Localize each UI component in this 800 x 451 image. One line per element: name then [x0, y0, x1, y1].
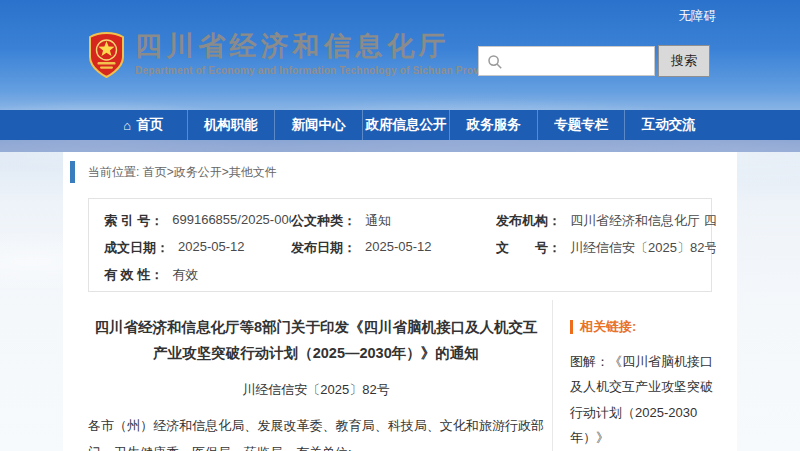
search-input[interactable]: [479, 47, 654, 75]
meta-doc-number: 文 号： 川经信信安〔2025〕82号: [496, 239, 716, 266]
nav-item-label: 专题专栏: [554, 116, 608, 134]
meta-issuing-agency: 发布机构： 四川省经济和信息化厅 四川...: [496, 212, 716, 239]
meta-value: 2025-05-12: [365, 239, 432, 254]
nav-shadow-strip: [0, 140, 800, 152]
nav-item-label: 新闻中心: [291, 116, 345, 134]
meta-label: 成文日期：: [104, 239, 169, 257]
document-body: 各市（州）经济和信息化局、发展改革委、教育局、科技局、文化和旅游行政部门、卫生健…: [88, 413, 544, 451]
nav-item-label: 互动交流: [642, 116, 696, 134]
meta-value: 通知: [365, 212, 391, 230]
nav-item-gov-info[interactable]: 政府信息公开: [363, 110, 451, 140]
site-title: 四川省经济和信息化厅: [135, 32, 500, 62]
nav-item-news[interactable]: 新闻中心: [275, 110, 363, 140]
meta-doc-type: 公文种类： 通知: [291, 212, 496, 239]
breadcrumb-text[interactable]: 当前位置: 首页>政务公开>其他文件: [88, 164, 277, 181]
search-button[interactable]: 搜索: [658, 45, 710, 77]
meta-value: 川经信信安〔2025〕82号: [570, 239, 716, 257]
document-number: 川经信信安〔2025〕82号: [88, 381, 544, 399]
nav-item-home[interactable]: ⌂ 首页: [100, 110, 188, 140]
search-box: [478, 46, 655, 76]
content-card: 当前位置: 首页>政务公开>其他文件 索 引 号： 699166855/2025…: [63, 152, 737, 451]
nav-items: ⌂ 首页 机构职能 新闻中心 政府信息公开 政务服务 专题专栏 互动交流: [100, 110, 712, 140]
meta-value: 四川省经济和信息化厅 四川...: [570, 212, 716, 230]
meta-label: 有 效 性：: [104, 266, 163, 284]
nav-item-label: 政务服务: [467, 116, 521, 134]
home-icon: ⌂: [123, 118, 131, 133]
nav-item-interaction[interactable]: 互动交流: [625, 110, 712, 140]
meta-label: 发布机构：: [496, 212, 561, 230]
nav-item-functions[interactable]: 机构职能: [188, 110, 276, 140]
breadcrumb-accent-bar: [70, 161, 75, 183]
nav-item-label: 首页: [136, 116, 163, 134]
search-bar: 搜索: [478, 45, 710, 77]
related-link-item[interactable]: 图解：《四川省脑机接口及人机交互产业攻坚突破行动计划（2025-2030年）》: [570, 349, 720, 450]
site-subtitle: Department of Economy and Information Te…: [135, 65, 500, 76]
meta-value: 有效: [172, 266, 198, 284]
related-links-title: 相关链接:: [580, 318, 636, 336]
meta-index-number: 索 引 号： 699166855/2025-00097: [104, 212, 291, 239]
meta-label: 公文种类：: [291, 212, 356, 230]
accessibility-link[interactable]: 无障碍: [679, 8, 717, 25]
document-title: 四川省经济和信息化厅等8部门关于印发《四川省脑机接口及人机交互产业攻坚突破行动计…: [88, 314, 544, 366]
meta-value: 2025-05-12: [178, 239, 245, 254]
related-links-sidebar: 相关链接: 图解：《四川省脑机接口及人机交互产业攻坚突破行动计划（2025-20…: [552, 300, 737, 451]
site-brand: 四川省经济和信息化厅 Department of Economy and Inf…: [88, 32, 500, 78]
nav-item-services[interactable]: 政务服务: [450, 110, 538, 140]
national-emblem-icon: [88, 32, 125, 78]
document-meta-table: 索 引 号： 699166855/2025-00097 公文种类： 通知 发布机…: [88, 198, 712, 292]
search-icon: [487, 54, 503, 70]
related-links-header: 相关链接:: [570, 318, 737, 336]
nav-item-label: 政府信息公开: [366, 116, 447, 134]
breadcrumb: 当前位置: 首页>政务公开>其他文件: [70, 161, 277, 183]
meta-written-date: 成文日期： 2025-05-12: [104, 239, 291, 266]
main-nav: ⌂ 首页 机构职能 新闻中心 政府信息公开 政务服务 专题专栏 互动交流: [0, 110, 800, 140]
article: 四川省经济和信息化厅等8部门关于印发《四川省脑机接口及人机交互产业攻坚突破行动计…: [88, 314, 544, 451]
meta-validity: 有 效 性： 有效: [104, 266, 291, 293]
nav-item-topics[interactable]: 专题专栏: [538, 110, 626, 140]
related-accent-bar: [570, 320, 573, 334]
meta-label: 发布日期：: [291, 239, 356, 257]
meta-label: 文 号：: [496, 239, 561, 257]
nav-item-label: 机构职能: [204, 116, 258, 134]
meta-publish-date: 发布日期： 2025-05-12: [291, 239, 496, 266]
meta-value: 699166855/2025-00097: [172, 212, 291, 227]
meta-label: 索 引 号：: [104, 212, 163, 230]
